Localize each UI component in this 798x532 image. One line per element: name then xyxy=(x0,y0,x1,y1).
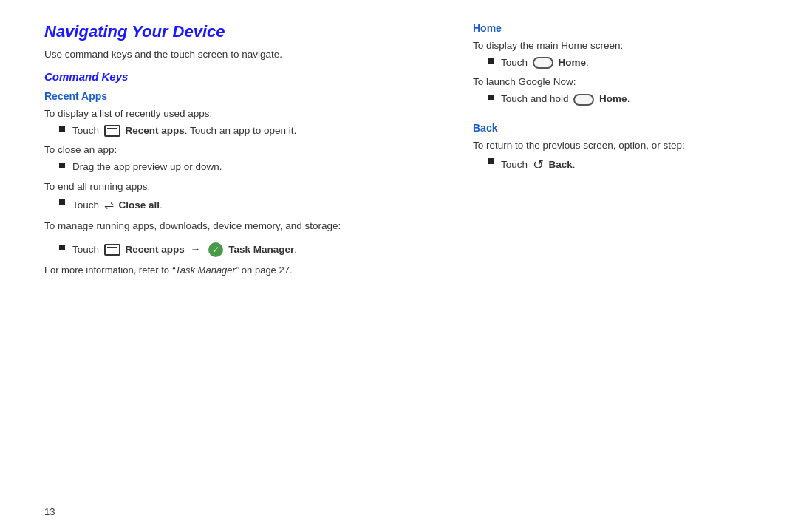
bullet-touch-back: Touch ↺ Back. xyxy=(488,155,739,175)
close-app-para: To close an app: xyxy=(44,144,414,155)
end-apps-para: To end all running apps: xyxy=(44,181,414,192)
bullet-text: Touch Recent apps → Task Manager. xyxy=(72,242,297,257)
bullet-square-icon xyxy=(59,200,65,205)
bullet-square-icon xyxy=(488,58,494,64)
home-heading: Home xyxy=(473,22,739,34)
back-button-icon: ↺ xyxy=(533,155,544,175)
bullet-text: Touch and hold Home. xyxy=(501,92,630,106)
bullet-task-manager: Touch Recent apps → Task Manager. xyxy=(59,242,414,257)
home-button-icon xyxy=(533,57,553,69)
command-keys-heading: Command Keys xyxy=(44,70,414,83)
task-manager-icon xyxy=(208,242,223,257)
bullet-text: Touch ⇌ Close all. xyxy=(72,197,163,214)
content-area: Navigating Your Device Use command keys … xyxy=(44,22,754,510)
home-button-icon-2 xyxy=(573,94,594,106)
bullet-close-all: Touch ⇌ Close all. xyxy=(59,197,414,214)
home-section: Home To display the main Home screen: To… xyxy=(473,22,739,107)
left-column: Navigating Your Device Use command keys … xyxy=(44,22,414,510)
bullet-recent-apps-open: Touch Recent apps. Touch an app to open … xyxy=(59,123,414,138)
back-heading: Back xyxy=(473,122,739,134)
note-text: For more information, refer to “Task Man… xyxy=(44,265,414,276)
home-para1: To display the main Home screen: xyxy=(473,40,739,51)
bullet-touch-home: Touch Home. xyxy=(488,55,739,70)
bullet-drag: Drag the app preview up or down. xyxy=(59,160,414,174)
page-title: Navigating Your Device xyxy=(44,22,414,41)
bullet-text: Touch Recent apps. Touch an app to open … xyxy=(72,123,296,138)
close-all-icon: ⇌ xyxy=(104,197,114,214)
recent-apps-icon-2 xyxy=(104,244,120,256)
page-container: Navigating Your Device Use command keys … xyxy=(0,0,798,532)
back-section: Back To return to the previous screen, o… xyxy=(473,122,739,175)
back-para1: To return to the previous screen, option… xyxy=(473,140,739,151)
arrow-icon: → xyxy=(191,242,201,257)
google-now-para: To launch Google Now: xyxy=(473,76,739,87)
recent-apps-heading: Recent Apps xyxy=(44,90,414,102)
page-number: 13 xyxy=(44,506,55,517)
bullet-square-icon xyxy=(488,95,494,100)
right-column: Home To display the main Home screen: To… xyxy=(443,22,739,510)
bullet-text: Touch Home. xyxy=(501,55,589,70)
manage-apps-para: To manage running apps, downloads, devic… xyxy=(44,220,414,231)
bullet-text: Touch ↺ Back. xyxy=(501,155,576,175)
bullet-square-icon xyxy=(59,245,65,250)
bullet-square-icon xyxy=(59,126,65,132)
bullet-square-icon xyxy=(488,158,494,164)
bullet-square-icon xyxy=(59,163,65,168)
intro-text: Use command keys and the touch screen to… xyxy=(44,49,414,60)
bullet-hold-home: Touch and hold Home. xyxy=(488,92,739,106)
recent-apps-para1: To display a list of recently used apps: xyxy=(44,108,414,119)
recent-apps-icon xyxy=(104,125,120,137)
